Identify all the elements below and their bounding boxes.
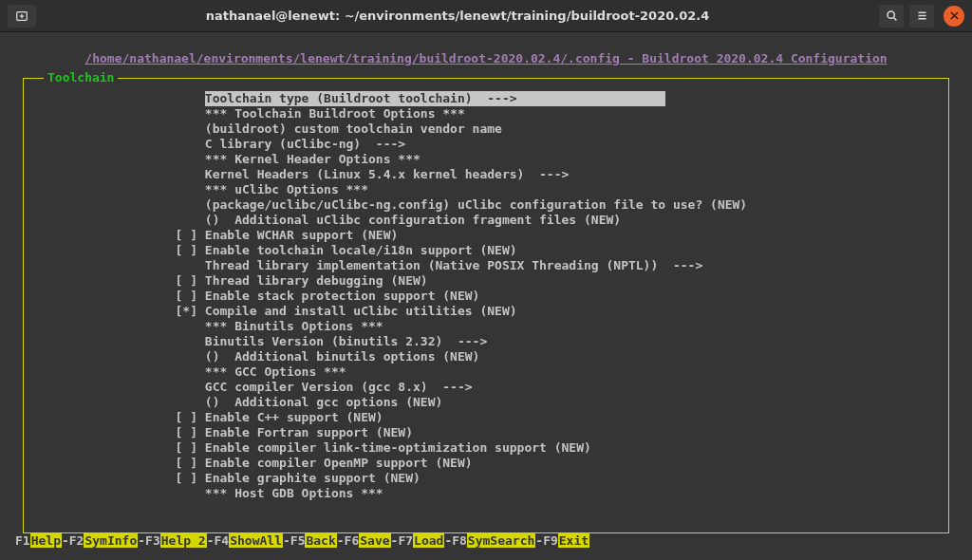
menu-item[interactable]: *** Binutils Options *** bbox=[27, 319, 945, 334]
fkey-label: Back bbox=[305, 533, 336, 548]
menu-box-title: Toolchain bbox=[44, 70, 118, 85]
terminal-window: nathanael@lenewt: ~/environments/lenewt/… bbox=[0, 0, 972, 560]
menu-item[interactable]: *** uClibc Options *** bbox=[27, 182, 945, 197]
new-tab-button[interactable] bbox=[8, 5, 36, 28]
menu-item[interactable]: [ ] Enable WCHAR support (NEW) bbox=[27, 228, 945, 243]
fkey-label: SymSearch bbox=[467, 533, 535, 548]
menu-item[interactable]: [ ] Enable compiler link-time-optimizati… bbox=[27, 440, 945, 456]
menu-item[interactable]: () Additional uClibc configuration fragm… bbox=[27, 213, 945, 228]
menu-item[interactable]: (package/uclibc/uClibc-ng.config) uClibc… bbox=[27, 197, 945, 213]
menu-button[interactable] bbox=[909, 5, 934, 28]
menu-list[interactable]: Toolchain type (Buildroot toolchain) ---… bbox=[27, 91, 945, 501]
config-header: /home/nathanael/environments/lenewt/trai… bbox=[13, 44, 959, 68]
fkey[interactable]: F7 bbox=[398, 533, 413, 548]
fkey[interactable]: F1 bbox=[15, 533, 30, 548]
menu-item[interactable]: [ ] Enable graphite support (NEW) bbox=[27, 471, 945, 486]
menu-item[interactable]: [ ] Enable stack protection support (NEW… bbox=[27, 289, 945, 304]
svg-line-4 bbox=[893, 18, 896, 21]
fkey[interactable]: F8 bbox=[452, 533, 467, 548]
menu-item[interactable]: Toolchain type (Buildroot toolchain) ---… bbox=[27, 91, 945, 106]
svg-point-3 bbox=[888, 11, 894, 18]
menu-item[interactable]: () Additional binutils options (NEW) bbox=[27, 349, 945, 364]
terminal-area[interactable]: /home/nathanael/environments/lenewt/trai… bbox=[0, 32, 972, 560]
fkey[interactable]: F2 bbox=[69, 533, 84, 548]
fkey-label: Exit bbox=[558, 533, 589, 548]
fkey-label: Save bbox=[359, 533, 390, 548]
menu-item[interactable]: Kernel Headers (Linux 5.4.x kernel heade… bbox=[27, 167, 945, 182]
fkey[interactable]: F3 bbox=[145, 533, 160, 548]
menu-item[interactable]: [ ] Enable C++ support (NEW) bbox=[27, 410, 945, 425]
fkey-label: SymInfo bbox=[84, 533, 138, 548]
menu-item[interactable]: *** Kernel Header Options *** bbox=[27, 152, 945, 167]
fkey-label: ShowAll bbox=[229, 533, 283, 548]
search-button[interactable] bbox=[879, 5, 904, 28]
menu-item[interactable]: [ ] Enable toolchain locale/i18n support… bbox=[27, 243, 945, 258]
menu-item[interactable]: *** Toolchain Buildroot Options *** bbox=[27, 106, 945, 121]
menu-item[interactable]: Binutils Version (binutils 2.32) ---> bbox=[27, 334, 945, 349]
window-title: nathanael@lenewt: ~/environments/lenewt/… bbox=[36, 9, 879, 23]
menu-item[interactable]: Thread library implementation (Native PO… bbox=[27, 258, 945, 273]
menu-item[interactable]: [ ] Enable compiler OpenMP support (NEW) bbox=[27, 456, 945, 471]
menu-item[interactable]: *** Host GDB Options *** bbox=[27, 486, 945, 501]
fkey-label: Help bbox=[30, 533, 62, 548]
titlebar: nathanael@lenewt: ~/environments/lenewt/… bbox=[0, 0, 972, 32]
titlebar-controls bbox=[879, 5, 964, 28]
fkey[interactable]: F9 bbox=[543, 533, 558, 548]
menu-item[interactable]: *** GCC Options *** bbox=[27, 364, 945, 380]
fkey-label: Load bbox=[413, 533, 444, 548]
menu-item[interactable]: (buildroot) custom toolchain vendor name bbox=[27, 121, 945, 137]
function-key-bar: F1Help-F2SymInfo-F3Help 2-F4ShowAll-F5Ba… bbox=[15, 533, 589, 549]
menu-item[interactable]: [ ] Enable Fortran support (NEW) bbox=[27, 425, 945, 440]
close-button[interactable] bbox=[944, 6, 964, 27]
fkey[interactable]: F4 bbox=[215, 533, 230, 548]
fkey[interactable]: F5 bbox=[290, 533, 306, 548]
menu-item[interactable]: [ ] Thread library debugging (NEW) bbox=[27, 273, 945, 289]
menu-item[interactable]: C library (uClibc-ng) ---> bbox=[27, 137, 945, 152]
fkey-label: Help 2 bbox=[160, 533, 207, 548]
menu-item[interactable]: () Additional gcc options (NEW) bbox=[27, 395, 945, 410]
fkey[interactable]: F6 bbox=[345, 533, 360, 548]
menu-item[interactable]: [*] Compile and install uClibc utilities… bbox=[27, 304, 945, 319]
menu-item[interactable]: GCC compiler Version (gcc 8.x) ---> bbox=[27, 380, 945, 395]
